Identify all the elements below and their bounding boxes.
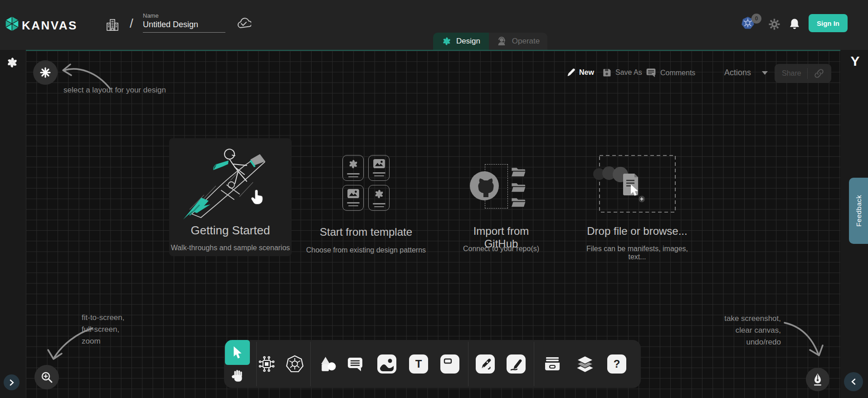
template-thumb-design — [342, 155, 364, 181]
layers-tool-button[interactable] — [575, 354, 595, 374]
template-thumb-image — [368, 155, 390, 181]
share-button[interactable]: Share — [775, 64, 831, 83]
canvas-utilities-button[interactable] — [806, 368, 829, 391]
shapes-tool-button[interactable] — [318, 354, 337, 374]
image-icon — [373, 159, 385, 169]
kanvas-logo-icon — [5, 16, 20, 32]
github-octocat-icon — [469, 171, 499, 201]
hand-grab-icon — [231, 369, 244, 384]
kubernetes-tool-button[interactable] — [285, 354, 304, 374]
pinwheel-icon — [374, 189, 385, 199]
zoom-controls-button[interactable] — [34, 365, 59, 389]
drawer-icon — [543, 355, 561, 373]
kubernetes-wheel-icon — [285, 354, 304, 374]
image-tool-button[interactable] — [377, 354, 396, 374]
saved-designs-drawer-button[interactable] — [543, 354, 562, 374]
card-start-from-template[interactable]: Start from template Choose from existing… — [305, 152, 427, 257]
new-label: New — [579, 68, 594, 77]
tab-operate[interactable]: Operate — [489, 33, 547, 50]
feedback-tab[interactable]: Feedback — [849, 178, 868, 244]
design-name-input[interactable] — [143, 19, 225, 33]
card-node-icon — [441, 355, 459, 373]
save-as-button[interactable]: Save As — [602, 68, 642, 77]
getting-started-illustration — [176, 141, 285, 221]
link-icon — [814, 68, 824, 78]
help-glyph: ? — [614, 358, 620, 370]
file-icon — [623, 174, 638, 195]
chip-icon — [258, 355, 276, 373]
comment-icon — [646, 68, 656, 78]
components-tool-button[interactable] — [257, 354, 276, 374]
expand-left-panel-button[interactable] — [4, 374, 20, 390]
tab-design-label: Design — [456, 37, 480, 46]
meshery-spinner-icon[interactable] — [6, 56, 19, 69]
gear-icon — [768, 18, 780, 30]
toolbar-divider — [310, 342, 311, 386]
design-tab-icon — [442, 36, 452, 46]
card-subtitle: Choose from existing design patterns — [305, 246, 427, 254]
layer5-y-logo[interactable]: Y — [843, 53, 868, 69]
card-subtitle: Walk-throughs and sample scenarios — [169, 244, 292, 252]
card-title: Start from template — [305, 226, 427, 238]
select-arrow-icon — [233, 346, 243, 359]
kanvas-logo[interactable] — [5, 16, 20, 32]
extensions-count-badge: 0 — [751, 14, 761, 24]
template-thumb-design — [368, 185, 390, 211]
card-node-tool-button[interactable] — [440, 354, 459, 374]
save-as-label: Save As — [615, 68, 642, 77]
help-tool-button[interactable]: ? — [607, 354, 626, 374]
folder-icon — [511, 166, 526, 178]
pan-tool-button[interactable] — [229, 367, 246, 385]
card-title: Drop file or browse... — [583, 225, 692, 238]
card-drop-file[interactable]: Drop file or browse... Files can be mani… — [583, 152, 692, 257]
toolbar-divider — [534, 342, 534, 386]
actions-menu-button[interactable]: Actions — [724, 68, 768, 78]
asterisk-icon — [39, 67, 51, 78]
tab-design[interactable]: Design — [433, 33, 489, 50]
layout-hint-text: select a layout for your design — [63, 84, 166, 96]
card-title: Getting Started — [169, 223, 292, 238]
card-getting-started[interactable]: Getting Started Walk-throughs and sample… — [169, 138, 292, 256]
collapse-right-panel-button[interactable] — [844, 372, 863, 391]
chevron-left-icon — [851, 379, 856, 385]
comment-tool-button[interactable] — [346, 354, 365, 374]
feedback-label: Feedback — [855, 195, 863, 227]
card-import-from-github[interactable]: Import from GitHub Connect to your repo(… — [457, 152, 546, 257]
bell-icon — [789, 18, 800, 30]
hand-pointer-cursor-icon — [250, 187, 263, 205]
freehand-draw-tool-button[interactable] — [507, 354, 526, 374]
card-subtitle: Files can be manifests, images, text... — [583, 245, 692, 261]
pencil-icon — [566, 68, 575, 77]
new-design-button[interactable]: New — [566, 68, 594, 77]
organization-icon[interactable] — [106, 18, 119, 32]
share-divider — [807, 68, 808, 79]
app-header: KANVAS / Name Design — [0, 0, 868, 50]
pinwheel-icon — [348, 159, 359, 170]
design-name-field: Name — [143, 12, 225, 33]
bottom-right-hint-arrow — [781, 317, 826, 362]
card-subtitle: Connect to your repo(s) — [457, 245, 546, 253]
pen-nib-icon — [811, 373, 824, 386]
text-tool-button[interactable]: T — [409, 354, 428, 374]
comments-button[interactable]: Comments — [646, 68, 695, 78]
settings-button[interactable] — [768, 18, 780, 30]
pencil-scribble-icon — [507, 355, 525, 373]
tab-operate-label: Operate — [512, 37, 540, 46]
tools-dock: T — [224, 340, 641, 388]
toolbar-divider — [256, 342, 257, 386]
template-thumb-image — [342, 185, 364, 211]
select-layout-button[interactable] — [33, 60, 58, 85]
shapes-icon — [319, 355, 336, 373]
folder-icon — [511, 181, 526, 193]
image-tool-icon — [378, 355, 396, 373]
text-tool-glyph: T — [415, 358, 422, 370]
left-rail — [0, 50, 26, 398]
pen-tool-button[interactable] — [476, 354, 495, 374]
notifications-button[interactable] — [789, 18, 800, 30]
chevron-down-icon — [762, 71, 768, 75]
breadcrumb-separator: / — [130, 16, 133, 31]
select-tool-button[interactable] — [225, 340, 250, 365]
sign-in-button[interactable]: Sign In — [809, 14, 848, 32]
brand-wordmark: KANVAS — [22, 19, 78, 33]
comments-label: Comments — [660, 69, 695, 77]
